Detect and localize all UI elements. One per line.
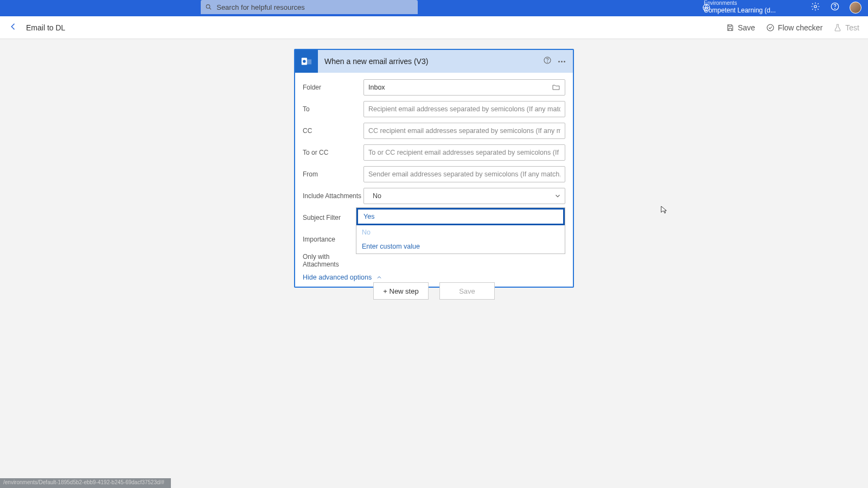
card-menu-icon[interactable]	[556, 59, 567, 65]
save-button[interactable]: Save	[726, 23, 755, 32]
flow-title: Email to DL	[26, 23, 65, 32]
avatar[interactable]	[850, 2, 861, 14]
folder-input[interactable]: Inbox	[363, 79, 565, 96]
subject-filter-label: Subject Filter	[303, 210, 363, 221]
chevron-up-icon	[376, 274, 382, 281]
help-icon[interactable]	[830, 2, 840, 14]
trigger-card: When a new email arrives (V3) Folder Inb…	[294, 49, 574, 288]
include-attachments-value: No	[368, 192, 381, 200]
dropdown-option-yes[interactable]: Yes	[356, 208, 565, 225]
search-icon	[205, 3, 212, 11]
chevron-down-icon	[554, 192, 561, 200]
dropdown-option-no[interactable]: No	[356, 225, 565, 239]
test-label: Test	[845, 23, 859, 32]
flow-checker-button[interactable]: Flow checker	[766, 23, 822, 32]
top-icons	[810, 2, 861, 14]
to-input[interactable]	[363, 101, 565, 117]
status-bar: /environments/Default-1895d5b2-ebb9-4192…	[0, 478, 171, 488]
to-label: To	[303, 101, 363, 113]
search-input[interactable]	[216, 3, 413, 11]
environment-block[interactable]: Environments Competent Learning (d...	[704, 0, 776, 14]
include-attachments-label: Include Attachments	[303, 188, 363, 200]
folder-value: Inbox	[368, 84, 385, 91]
new-step-button[interactable]: + New step	[373, 282, 429, 300]
cc-label: CC	[303, 123, 363, 135]
environment-name: Competent Learning (d...	[704, 7, 776, 14]
card-title: When a new email arrives (V3)	[324, 57, 539, 66]
svg-point-0	[206, 5, 210, 9]
card-help-icon[interactable]	[543, 56, 552, 67]
test-button[interactable]: Test	[833, 23, 859, 32]
search-wrap[interactable]	[201, 0, 418, 14]
canvas: When a new email arrives (V3) Folder Inb…	[0, 39, 868, 488]
dropdown-option-custom[interactable]: Enter custom value	[356, 239, 565, 253]
svg-point-10	[547, 62, 548, 62]
card-header[interactable]: When a new email arrives (V3)	[295, 50, 573, 73]
from-label: From	[303, 166, 363, 178]
importance-label: Importance	[303, 231, 363, 243]
save-flow-button[interactable]: Save	[439, 282, 495, 300]
from-input[interactable]	[363, 166, 565, 182]
flow-checker-label: Flow checker	[778, 23, 822, 32]
environment-label: Environments	[704, 0, 776, 7]
card-body: Folder Inbox To CC To or CC	[295, 73, 573, 287]
settings-icon[interactable]	[810, 2, 820, 14]
cc-input[interactable]	[363, 123, 565, 139]
hide-advanced-label: Hide advanced options	[303, 274, 372, 281]
folder-picker-icon[interactable]	[552, 83, 560, 92]
save-label: Save	[738, 23, 755, 32]
svg-point-8	[303, 60, 306, 63]
cursor-icon	[659, 205, 667, 216]
svg-line-1	[209, 8, 211, 10]
to-or-cc-input[interactable]	[363, 144, 565, 161]
svg-point-3	[814, 5, 817, 8]
top-bar: Environments Competent Learning (d...	[0, 0, 868, 16]
include-attachments-dropdown: Yes No Enter custom value	[356, 207, 565, 254]
outlook-icon	[295, 50, 318, 73]
to-or-cc-label: To or CC	[303, 144, 363, 156]
bottom-buttons: + New step Save	[373, 282, 495, 300]
include-attachments-select[interactable]: No	[363, 188, 565, 204]
svg-point-5	[835, 8, 835, 9]
hide-advanced-options[interactable]: Hide advanced options	[303, 274, 565, 281]
svg-point-6	[767, 24, 774, 31]
back-button[interactable]	[9, 22, 18, 34]
toolbar: Email to DL Save Flow checker Test	[0, 16, 868, 39]
folder-label: Folder	[303, 79, 363, 91]
only-with-attachments-label: Only with Attachments	[303, 249, 363, 268]
